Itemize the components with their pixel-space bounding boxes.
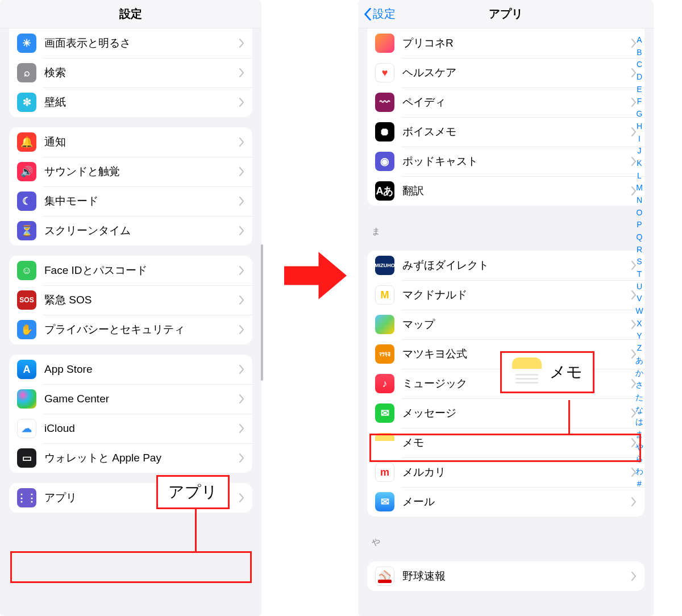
row-label: みずほダイレクト (402, 258, 631, 273)
chevron-right-icon (631, 572, 637, 581)
row-label: 画面表示と明るさ (44, 36, 239, 51)
index-letter[interactable]: あ (635, 355, 643, 367)
index-letter[interactable]: Z (637, 342, 642, 355)
row-baseball[interactable]: ⚾野球速報 (367, 561, 644, 591)
row-appstore[interactable]: AApp Store (9, 355, 252, 384)
settings-list[interactable]: ☀画面表示と明るさ⌕検索✻壁紙🔔通知🔊サウンドと触覚☾集中モード⏳スクリーンタイ… (0, 28, 261, 616)
row-wallpaper[interactable]: ✻壁紙 (9, 88, 252, 117)
section-index[interactable]: ABCDEFGHIJKLMNOPQRSTUVWXYZあかさたなはまやらわ# (626, 34, 652, 490)
index-letter[interactable]: A (637, 34, 642, 47)
row-gamecenter[interactable]: Game Center (9, 384, 252, 414)
index-letter[interactable]: M (636, 182, 643, 194)
index-letter[interactable]: ら (635, 453, 643, 465)
messages-icon: ✉ (375, 403, 394, 423)
index-letter[interactable]: X (637, 318, 642, 330)
health-icon: ♥ (375, 63, 394, 82)
index-letter[interactable]: B (637, 47, 642, 59)
index-letter[interactable]: G (637, 108, 643, 120)
row-wallet[interactable]: ▭ウォレットと Apple Pay (9, 443, 252, 473)
row-mizuho[interactable]: MIZUHOみずほダイレクト (367, 251, 644, 280)
row-paidy[interactable]: 〰ペイディ (367, 88, 644, 117)
index-letter[interactable]: Q (637, 231, 643, 244)
row-focus[interactable]: ☾集中モード (9, 186, 252, 216)
maps-icon (375, 315, 394, 334)
index-letter[interactable]: な (635, 404, 643, 417)
row-label: 壁紙 (44, 95, 239, 110)
index-letter[interactable]: V (637, 293, 642, 305)
row-search[interactable]: ⌕検索 (9, 58, 252, 88)
row-mail[interactable]: ✉メール (367, 487, 644, 517)
back-label: 設定 (373, 6, 396, 22)
index-letter[interactable]: O (637, 207, 643, 219)
index-letter[interactable]: E (637, 84, 642, 96)
index-letter[interactable]: J (638, 145, 642, 157)
index-letter[interactable]: は (635, 416, 643, 428)
row-notes[interactable]: メモ (367, 428, 644, 457)
index-letter[interactable]: F (637, 95, 642, 108)
chevron-right-icon (239, 424, 244, 433)
index-letter[interactable]: C (637, 59, 642, 71)
index-letter[interactable]: P (637, 219, 642, 231)
row-notifications[interactable]: 🔔通知 (9, 127, 252, 157)
music-icon: ♪ (375, 374, 394, 393)
nav-title: 設定 (119, 6, 142, 22)
index-letter[interactable]: N (637, 194, 642, 207)
row-sos[interactable]: SOS緊急 SOS (9, 285, 252, 315)
index-letter[interactable]: H (637, 120, 642, 133)
row-mercari[interactable]: mメルカリ (367, 457, 644, 487)
index-letter[interactable]: R (637, 244, 642, 256)
row-label: Face IDとパスコード (44, 263, 239, 278)
settings-group: ☺Face IDとパスコードSOS緊急 SOS✋プライバシーとセキュリティ (9, 256, 252, 344)
index-letter[interactable]: た (635, 392, 643, 404)
chevron-right-icon (631, 497, 637, 506)
index-letter[interactable]: わ (635, 465, 643, 478)
row-translate[interactable]: Aあ翻訳 (367, 176, 644, 206)
chevron-right-icon (239, 325, 244, 334)
index-letter[interactable]: # (637, 478, 642, 490)
row-mcd[interactable]: Mマクドナルド (367, 280, 644, 310)
chevron-right-icon (239, 453, 244, 463)
chevron-right-icon (239, 68, 244, 77)
index-letter[interactable]: U (637, 281, 642, 293)
index-letter[interactable]: L (637, 170, 642, 182)
index-letter[interactable]: Y (637, 330, 642, 343)
icloud-icon: ☁ (17, 419, 36, 438)
index-letter[interactable]: や (635, 441, 643, 453)
nav-title: アプリ (489, 6, 523, 22)
settings-group: 🔔通知🔊サウンドと触覚☾集中モード⏳スクリーンタイム (9, 127, 252, 245)
chevron-right-icon (239, 39, 244, 48)
row-voicememo[interactable]: ⏺ボイスメモ (367, 117, 644, 147)
row-faceid[interactable]: ☺Face IDとパスコード (9, 256, 252, 285)
index-letter[interactable]: ま (635, 428, 643, 441)
index-letter[interactable]: か (635, 367, 643, 380)
row-display[interactable]: ☀画面表示と明るさ (9, 28, 252, 58)
row-messages[interactable]: ✉メッセージ (367, 398, 644, 428)
row-health[interactable]: ♥ヘルスケア (367, 58, 644, 88)
row-maps[interactable]: マップ (367, 310, 644, 339)
index-letter[interactable]: D (637, 71, 642, 84)
sounds-icon: 🔊 (17, 162, 36, 181)
index-letter[interactable]: T (637, 268, 642, 281)
row-label: メール (402, 494, 631, 509)
index-letter[interactable]: I (638, 133, 641, 145)
apps-list[interactable]: プリコネR♥ヘルスケア〰ペイディ⏺ボイスメモ◉ポッドキャストAあ翻訳まMIZUH… (358, 28, 654, 616)
back-button[interactable]: 設定 (364, 6, 396, 22)
index-letter[interactable]: K (637, 157, 642, 170)
index-letter[interactable]: S (637, 256, 642, 268)
row-screentime[interactable]: ⏳スクリーンタイム (9, 216, 252, 245)
baseball-icon: ⚾ (375, 567, 394, 586)
row-sounds[interactable]: 🔊サウンドと触覚 (9, 157, 252, 186)
callout-apps-label: アプリ (168, 481, 218, 503)
row-icloud[interactable]: ☁iCloud (9, 414, 252, 443)
mail-icon: ✉ (375, 492, 394, 511)
index-letter[interactable]: さ (635, 379, 643, 392)
chevron-right-icon (239, 394, 244, 403)
callout-line (195, 507, 197, 552)
row-prikone[interactable]: プリコネR (367, 28, 644, 58)
mcd-icon: M (375, 285, 394, 305)
scrollbar[interactable] (261, 244, 263, 381)
index-letter[interactable]: W (635, 305, 643, 318)
row-podcast[interactable]: ◉ポッドキャスト (367, 147, 644, 176)
notes-icon (512, 357, 542, 387)
row-privacy[interactable]: ✋プライバシーとセキュリティ (9, 315, 252, 344)
